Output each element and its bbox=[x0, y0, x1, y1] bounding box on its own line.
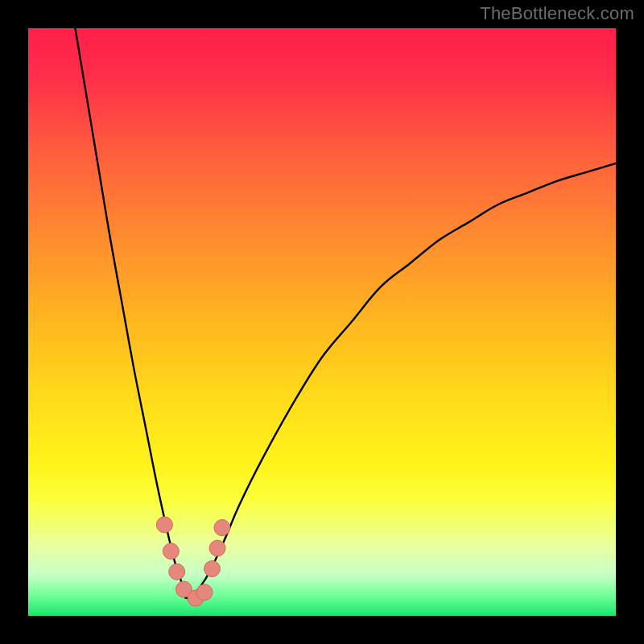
image-frame: TheBottleneck.com bbox=[0, 0, 644, 644]
chart-svg bbox=[28, 28, 616, 616]
bead-point bbox=[214, 520, 230, 536]
bead-point bbox=[156, 517, 172, 533]
bead-point bbox=[169, 564, 185, 580]
gradient-background bbox=[28, 28, 616, 616]
watermark-text: TheBottleneck.com bbox=[480, 3, 634, 24]
bead-point bbox=[196, 584, 213, 601]
bead-point bbox=[163, 543, 179, 559]
bead-point bbox=[204, 561, 220, 577]
bead-point bbox=[209, 540, 225, 556]
plot-area bbox=[28, 28, 616, 616]
